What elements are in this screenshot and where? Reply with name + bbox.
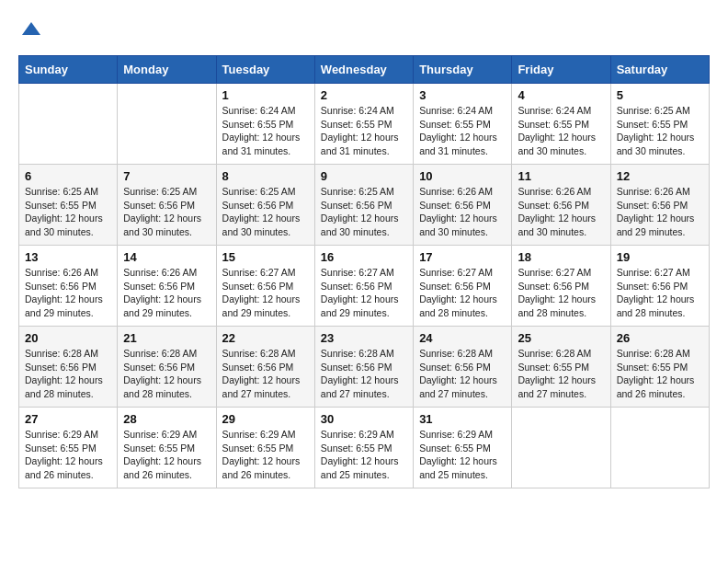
day-info: Sunrise: 6:28 AM Sunset: 6:56 PM Dayligh… [419,347,506,401]
calendar-cell: 19Sunrise: 6:27 AM Sunset: 6:56 PM Dayli… [610,246,709,327]
calendar-cell: 7Sunrise: 6:25 AM Sunset: 6:56 PM Daylig… [118,165,216,246]
svg-marker-0 [22,22,40,35]
page-header [18,18,710,46]
calendar-cell: 15Sunrise: 6:27 AM Sunset: 6:56 PM Dayli… [216,246,314,327]
day-info: Sunrise: 6:26 AM Sunset: 6:56 PM Dayligh… [25,266,111,320]
col-header-sunday: Sunday [19,56,118,84]
calendar-cell: 3Sunrise: 6:24 AM Sunset: 6:55 PM Daylig… [414,84,512,165]
day-info: Sunrise: 6:25 AM Sunset: 6:55 PM Dayligh… [25,185,111,239]
day-info: Sunrise: 6:27 AM Sunset: 6:56 PM Dayligh… [419,266,506,320]
calendar-cell: 28Sunrise: 6:29 AM Sunset: 6:55 PM Dayli… [118,408,216,488]
day-number: 13 [25,250,111,264]
day-info: Sunrise: 6:26 AM Sunset: 6:56 PM Dayligh… [419,185,506,239]
calendar-cell: 20Sunrise: 6:28 AM Sunset: 6:56 PM Dayli… [19,327,118,408]
day-number: 30 [321,412,407,426]
day-number: 21 [123,331,210,345]
day-number: 11 [518,169,604,183]
calendar-cell: 26Sunrise: 6:28 AM Sunset: 6:55 PM Dayli… [610,327,709,408]
calendar-cell: 31Sunrise: 6:29 AM Sunset: 6:55 PM Dayli… [414,408,512,488]
col-header-tuesday: Tuesday [216,56,314,84]
calendar-cell: 29Sunrise: 6:29 AM Sunset: 6:55 PM Dayli… [216,408,314,488]
day-number: 18 [518,250,604,264]
day-number: 7 [123,169,210,183]
day-number: 24 [419,331,506,345]
day-info: Sunrise: 6:26 AM Sunset: 6:56 PM Dayligh… [123,266,210,320]
col-header-wednesday: Wednesday [314,56,413,84]
calendar-cell: 4Sunrise: 6:24 AM Sunset: 6:55 PM Daylig… [512,84,610,165]
day-info: Sunrise: 6:28 AM Sunset: 6:55 PM Dayligh… [518,347,604,401]
col-header-saturday: Saturday [610,56,709,84]
col-header-friday: Friday [512,56,610,84]
logo [18,18,42,46]
day-number: 26 [617,331,703,345]
day-info: Sunrise: 6:25 AM Sunset: 6:56 PM Dayligh… [321,185,407,239]
day-info: Sunrise: 6:24 AM Sunset: 6:55 PM Dayligh… [321,104,407,158]
day-number: 6 [25,169,111,183]
col-header-thursday: Thursday [414,56,512,84]
day-number: 3 [419,88,506,102]
calendar-cell: 11Sunrise: 6:26 AM Sunset: 6:56 PM Dayli… [512,165,610,246]
day-info: Sunrise: 6:29 AM Sunset: 6:55 PM Dayligh… [321,428,407,482]
calendar-cell: 25Sunrise: 6:28 AM Sunset: 6:55 PM Dayli… [512,327,610,408]
calendar-cell: 9Sunrise: 6:25 AM Sunset: 6:56 PM Daylig… [314,165,413,246]
day-info: Sunrise: 6:29 AM Sunset: 6:55 PM Dayligh… [123,428,210,482]
day-info: Sunrise: 6:28 AM Sunset: 6:56 PM Dayligh… [222,347,309,401]
day-info: Sunrise: 6:24 AM Sunset: 6:55 PM Dayligh… [419,104,506,158]
day-info: Sunrise: 6:29 AM Sunset: 6:55 PM Dayligh… [419,428,506,482]
calendar-cell: 5Sunrise: 6:25 AM Sunset: 6:55 PM Daylig… [610,84,709,165]
calendar-cell: 13Sunrise: 6:26 AM Sunset: 6:56 PM Dayli… [19,246,118,327]
calendar-cell: 10Sunrise: 6:26 AM Sunset: 6:56 PM Dayli… [414,165,512,246]
day-number: 12 [617,169,703,183]
calendar-cell: 21Sunrise: 6:28 AM Sunset: 6:56 PM Dayli… [118,327,216,408]
day-number: 29 [222,412,309,426]
day-number: 28 [123,412,210,426]
calendar-cell [512,408,610,488]
day-number: 20 [25,331,111,345]
day-info: Sunrise: 6:25 AM Sunset: 6:55 PM Dayligh… [617,104,703,158]
calendar-cell [19,84,118,165]
day-info: Sunrise: 6:27 AM Sunset: 6:56 PM Dayligh… [617,266,703,320]
day-number: 5 [617,88,703,102]
day-number: 15 [222,250,309,264]
calendar-cell: 8Sunrise: 6:25 AM Sunset: 6:56 PM Daylig… [216,165,314,246]
day-number: 8 [222,169,309,183]
day-info: Sunrise: 6:28 AM Sunset: 6:56 PM Dayligh… [321,347,407,401]
day-info: Sunrise: 6:29 AM Sunset: 6:55 PM Dayligh… [25,428,111,482]
day-info: Sunrise: 6:26 AM Sunset: 6:56 PM Dayligh… [518,185,604,239]
calendar-cell: 2Sunrise: 6:24 AM Sunset: 6:55 PM Daylig… [314,84,413,165]
day-number: 10 [419,169,506,183]
day-number: 25 [518,331,604,345]
calendar-cell: 27Sunrise: 6:29 AM Sunset: 6:55 PM Dayli… [19,408,118,488]
calendar-table: SundayMondayTuesdayWednesdayThursdayFrid… [18,55,710,488]
day-number: 31 [419,412,506,426]
day-info: Sunrise: 6:25 AM Sunset: 6:56 PM Dayligh… [123,185,210,239]
day-number: 19 [617,250,703,264]
calendar-cell: 12Sunrise: 6:26 AM Sunset: 6:56 PM Dayli… [610,165,709,246]
calendar-cell [610,408,709,488]
day-number: 16 [321,250,407,264]
logo-icon [20,18,42,40]
day-number: 4 [518,88,604,102]
calendar-cell: 23Sunrise: 6:28 AM Sunset: 6:56 PM Dayli… [314,327,413,408]
calendar-cell: 30Sunrise: 6:29 AM Sunset: 6:55 PM Dayli… [314,408,413,488]
day-info: Sunrise: 6:24 AM Sunset: 6:55 PM Dayligh… [518,104,604,158]
day-number: 23 [321,331,407,345]
calendar-cell: 18Sunrise: 6:27 AM Sunset: 6:56 PM Dayli… [512,246,610,327]
calendar-cell: 17Sunrise: 6:27 AM Sunset: 6:56 PM Dayli… [414,246,512,327]
day-number: 14 [123,250,210,264]
day-info: Sunrise: 6:26 AM Sunset: 6:56 PM Dayligh… [617,185,703,239]
calendar-cell: 1Sunrise: 6:24 AM Sunset: 6:55 PM Daylig… [216,84,314,165]
day-number: 9 [321,169,407,183]
calendar-cell: 16Sunrise: 6:27 AM Sunset: 6:56 PM Dayli… [314,246,413,327]
day-info: Sunrise: 6:27 AM Sunset: 6:56 PM Dayligh… [518,266,604,320]
day-info: Sunrise: 6:29 AM Sunset: 6:55 PM Dayligh… [222,428,309,482]
day-info: Sunrise: 6:28 AM Sunset: 6:56 PM Dayligh… [25,347,111,401]
day-info: Sunrise: 6:24 AM Sunset: 6:55 PM Dayligh… [222,104,309,158]
calendar-cell: 6Sunrise: 6:25 AM Sunset: 6:55 PM Daylig… [19,165,118,246]
day-info: Sunrise: 6:27 AM Sunset: 6:56 PM Dayligh… [321,266,407,320]
day-number: 22 [222,331,309,345]
day-number: 17 [419,250,506,264]
day-info: Sunrise: 6:28 AM Sunset: 6:55 PM Dayligh… [617,347,703,401]
calendar-cell [118,84,216,165]
calendar-cell: 22Sunrise: 6:28 AM Sunset: 6:56 PM Dayli… [216,327,314,408]
